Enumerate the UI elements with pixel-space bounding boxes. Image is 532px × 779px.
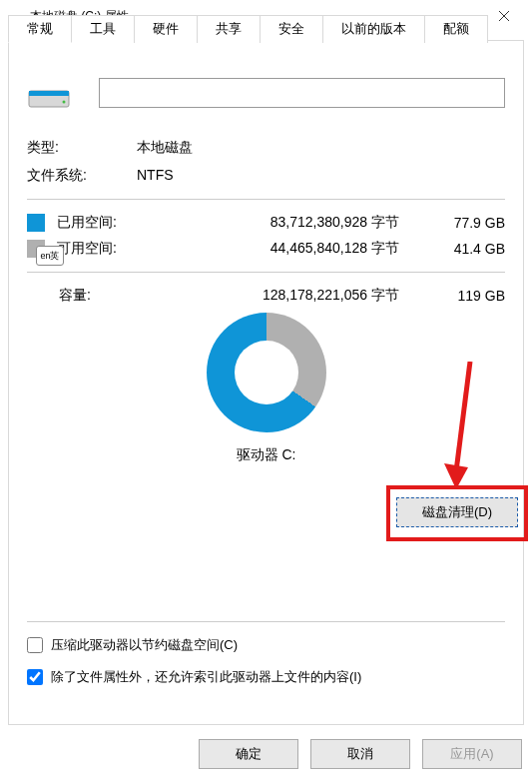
used-gb: 77.9 GB [425,215,505,231]
ok-button[interactable]: 确定 [199,739,298,769]
row-filesystem: 文件系统: NTFS [27,167,505,185]
swatch-used [27,214,45,232]
drive-c-label: 驱动器 C: [237,446,296,464]
cancel-button[interactable]: 取消 [310,739,410,769]
row-used: 已用空间: 83,712,380,928 字节 77.9 GB [27,214,505,232]
tab-previous[interactable]: 以前的版本 [322,15,425,43]
separator-3 [27,621,505,622]
value-type: 本地磁盘 [137,139,193,157]
annotation-arrow [442,362,482,495]
svg-point-9 [63,101,66,104]
label-capacity: 容量: [27,287,167,305]
tab-sharing[interactable]: 共享 [197,15,261,43]
close-button[interactable] [484,0,524,32]
value-filesystem: NTFS [137,167,174,185]
capacity-bytes: 128,178,221,056 字节 [167,287,425,305]
label-free: 可用空间: [57,240,167,258]
used-bytes: 83,712,380,928 字节 [167,214,425,232]
pie-chart [207,313,326,432]
tab-hardware[interactable]: 硬件 [134,15,198,43]
disk-cleanup-button[interactable]: 磁盘清理(D) [396,497,518,527]
checkbox-section: 压缩此驱动器以节约磁盘空间(C) 除了文件属性外，还允许索引此驱动器上文件的内容… [27,607,505,700]
tab-strip: 常规 工具 硬件 共享 安全 以前的版本 配额 [8,15,487,43]
label-used: 已用空间: [57,214,167,232]
drive-icon [27,71,71,115]
label-filesystem: 文件系统: [27,167,137,185]
tab-tools[interactable]: 工具 [71,15,135,43]
separator-1 [27,199,505,200]
apply-button[interactable]: 应用(A) [422,739,522,769]
separator-2 [27,272,505,273]
svg-line-10 [456,362,470,471]
checkbox-compress[interactable]: 压缩此驱动器以节约磁盘空间(C) [27,636,505,654]
tab-security[interactable]: 安全 [260,15,323,43]
free-bytes: 44,465,840,128 字节 [167,240,425,258]
checkbox-index-input[interactable] [27,669,43,685]
checkbox-compress-input[interactable] [27,637,43,653]
row-free: 可用空间: 44,465,840,128 字节 41.4 GB [27,240,505,258]
tab-general[interactable]: 常规 [8,15,72,43]
drive-header [27,71,505,115]
dialog-buttons: 确定 取消 应用(A) [199,739,522,769]
pie-chart-area: 驱动器 C: [27,313,505,464]
row-capacity: 容量: 128,178,221,056 字节 119 GB [27,287,505,305]
tab-quota[interactable]: 配额 [424,15,488,43]
svg-rect-8 [29,91,69,96]
ime-badge[interactable]: en英 [36,246,64,266]
checkbox-index[interactable]: 除了文件属性外，还允许索引此驱动器上文件的内容(I) [27,668,505,686]
label-type: 类型: [27,139,137,157]
capacity-gb: 119 GB [425,288,505,304]
row-type: 类型: 本地磁盘 [27,139,505,157]
free-gb: 41.4 GB [425,241,505,257]
checkbox-index-label: 除了文件属性外，还允许索引此驱动器上文件的内容(I) [51,668,361,686]
drive-name-input[interactable] [99,78,505,108]
checkbox-compress-label: 压缩此驱动器以节约磁盘空间(C) [51,636,238,654]
